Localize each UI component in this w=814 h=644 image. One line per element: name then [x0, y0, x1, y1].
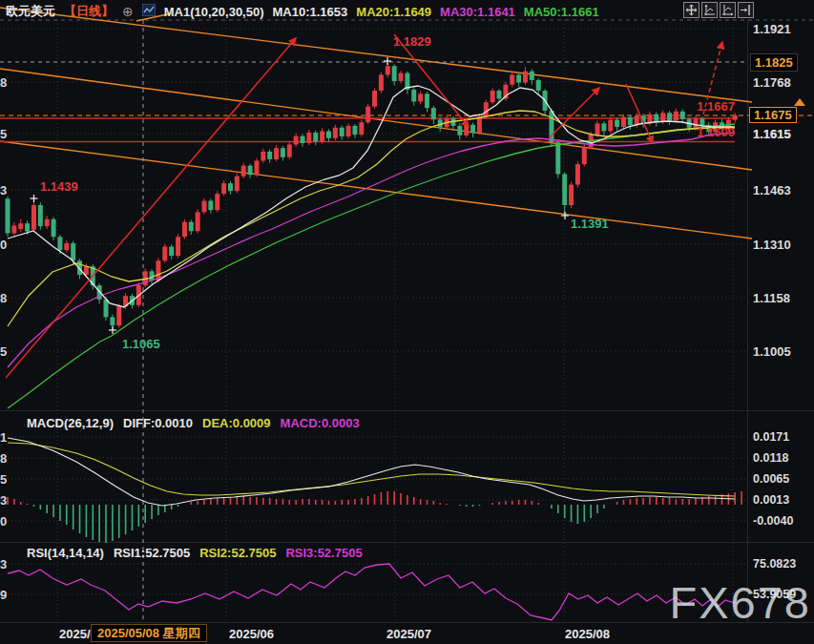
- ma30-value: MA30:1.1641: [440, 5, 515, 19]
- macd-axis-label-clipped: 1: [0, 431, 9, 444]
- y-axis-label-clipped: 3: [0, 184, 9, 197]
- y-axis-label: 1.1921: [753, 23, 791, 35]
- y-axis-label-clipped: 5: [0, 128, 9, 140]
- pivot-label: 1.1829: [393, 35, 431, 48]
- watermark: FX678: [670, 576, 811, 629]
- x-axis-label: 2025/06: [229, 628, 274, 640]
- macd-dea-value: DEA:0.0009: [202, 416, 271, 430]
- pan-right-icon[interactable]: [738, 2, 754, 18]
- y-axis-label: 1.1158: [753, 292, 790, 304]
- rsi-axis-label-clipped: 9: [0, 589, 9, 601]
- x-axis-label: 2025/08: [565, 628, 610, 640]
- symbol-name: 欧元美元: [6, 3, 55, 20]
- chart-header: 欧元美元 【日线】 ⊕ MA1(10,20,30,50) MA10:1.1653…: [6, 3, 599, 20]
- chart-toolbar: [683, 2, 754, 18]
- mini-chart-icon[interactable]: [142, 4, 156, 19]
- y-axis-label-clipped: 8: [0, 292, 9, 304]
- macd-title: MACD(26,12,9): [27, 416, 114, 430]
- macd-axis-label-clipped: 3: [0, 494, 9, 507]
- macd-axis-label: 0.0065: [753, 473, 789, 486]
- add-circle-icon[interactable]: ⊕: [122, 4, 134, 19]
- scale-axis-right-icon[interactable]: [720, 2, 736, 18]
- x-axis-label: 2025/07: [386, 628, 431, 640]
- trendlines-orange: [0, 8, 752, 239]
- y-axis-label-clipped: 0: [0, 239, 9, 251]
- period-label[interactable]: 【日线】: [64, 3, 114, 20]
- macd-pane: [8, 438, 741, 543]
- y-axis-label: 1.1463: [753, 184, 791, 197]
- y-axis-label-clipped: 5: [0, 345, 9, 358]
- rsi-pane: [8, 564, 735, 620]
- ma10-value: MA10:1.1653: [273, 5, 348, 19]
- y-axis-label: 1.1768: [753, 76, 791, 89]
- macd-axis-label-clipped: 5: [0, 473, 9, 486]
- y-axis-label: 1.1310: [753, 239, 791, 251]
- rsi2-value: RSI2:52.7505: [199, 546, 276, 560]
- macd-axis-label-clipped: 8: [0, 452, 9, 465]
- price-up-arrow-icon: [794, 98, 805, 106]
- macd-axis-label-clipped: 0: [0, 515, 9, 528]
- macd-axis-label: -0.0040: [753, 515, 793, 528]
- rsi-header: RSI(14,14,14) RSI1:52.7505 RSI2:52.7505 …: [27, 546, 363, 560]
- level-label: 1.1600: [668, 126, 735, 138]
- crosshair-move-icon[interactable]: [683, 2, 699, 18]
- y-axis-label: 1.1615: [753, 128, 791, 140]
- pivot-label: 1.1391: [571, 218, 609, 230]
- rsi-axis-label: 75.0823: [753, 558, 796, 571]
- rsi1-value: RSI1:52.7505: [114, 546, 190, 560]
- macd-macd-value: MACD:0.0003: [281, 416, 360, 430]
- ma50-value: MA50:1.1661: [524, 5, 599, 19]
- macd-diff-value: DIFF:0.0010: [123, 416, 193, 430]
- rsi-axis-label-clipped: 3: [0, 558, 9, 571]
- last-price-box: 1.1675: [749, 107, 797, 123]
- macd-axis-label: 0.0013: [753, 494, 789, 507]
- pivot-label: 1.1065: [122, 338, 160, 350]
- level-label: 1.1667: [668, 100, 735, 113]
- ma20-value: MA20:1.1649: [356, 5, 431, 19]
- y-axis-label-clipped: 8: [0, 76, 9, 89]
- rsi3-value: RSI3:52.7505: [285, 546, 362, 560]
- crosshair-date-badge: 2025/05/08 星期四: [91, 624, 207, 642]
- macd-axis-label: 0.0171: [753, 431, 789, 444]
- pivot-label: 1.1439: [40, 180, 78, 193]
- macd-axis-label: 0.0118: [753, 452, 789, 465]
- rsi-title: RSI(14,14,14): [27, 546, 104, 560]
- candlesticks: [6, 61, 738, 330]
- macd-header: MACD(26,12,9) DIFF:0.0010 DEA:0.0009 MAC…: [27, 416, 360, 430]
- scale-axis-left-icon[interactable]: [701, 2, 718, 18]
- ma-settings: MA1(10,20,30,50): [164, 5, 264, 19]
- y-axis-label: 1.1005: [753, 345, 791, 358]
- crosshair-price-badge: 1.1825: [750, 53, 798, 72]
